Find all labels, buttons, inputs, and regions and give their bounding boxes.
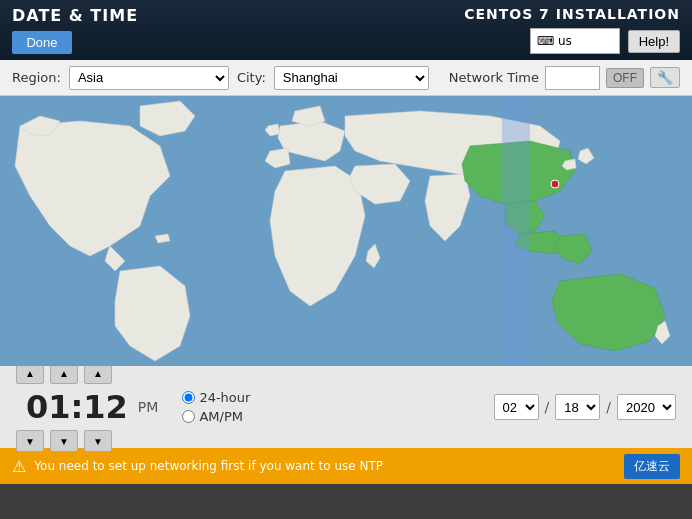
network-time-section: Network Time OFF 🔧 [449, 66, 680, 90]
toolbar: Region: Asia Europe America Africa Pacif… [0, 60, 692, 96]
network-time-label: Network Time [449, 70, 539, 85]
page-title: DATE & TIME [12, 6, 138, 25]
timezone-stripe [502, 96, 530, 366]
header-right: CENTOS 7 INSTALLATION ⌨ us Help! [464, 6, 680, 54]
time-display: 01:12 [26, 388, 128, 426]
keyboard-icon: ⌨ [537, 34, 554, 48]
ampm-display: PM [138, 399, 159, 415]
brand-badge: 亿速云 [624, 454, 680, 479]
keyboard-input[interactable]: ⌨ us [530, 28, 620, 54]
ntp-toggle[interactable]: OFF [606, 68, 644, 88]
help-button[interactable]: Help! [628, 30, 680, 53]
svg-point-1 [551, 180, 559, 188]
minutes-display: 12 [83, 388, 128, 426]
time-format-options: 24-hour AM/PM [182, 390, 250, 424]
date-separator-2: / [606, 399, 611, 415]
minutes-down-button[interactable]: ▼ [50, 430, 78, 452]
done-button[interactable]: Done [12, 31, 72, 54]
format-24-label[interactable]: 24-hour [182, 390, 250, 405]
date-section: 010203 040506 070809 101112 / 010203 040… [494, 394, 676, 420]
year-select[interactable]: 2018201920202021 [617, 394, 676, 420]
day-select[interactable]: 010203 040506 070809 101112 131415 16171… [555, 394, 600, 420]
city-label: City: [237, 70, 266, 85]
world-map [0, 96, 692, 366]
warning-icon: ⚠ [12, 457, 26, 476]
keyboard-lang: us [558, 34, 572, 48]
warning-bar: ⚠ You need to set up networking first if… [0, 448, 692, 484]
seconds-down-button[interactable]: ▼ [84, 430, 112, 452]
time-display-row: 01:12 PM [16, 388, 174, 426]
time-section: ▲ ▲ ▲ 01:12 PM ▼ ▼ ▼ 24-hour AM/PM 01020 [0, 366, 692, 448]
format-ampm-radio[interactable] [182, 410, 195, 423]
ntp-input[interactable] [545, 66, 600, 90]
city-select[interactable]: Shanghai Beijing Tokyo [274, 66, 429, 90]
warning-text: You need to set up networking first if y… [34, 459, 616, 473]
format-24-radio[interactable] [182, 391, 195, 404]
ntp-settings-button[interactable]: 🔧 [650, 67, 680, 88]
region-label: Region: [12, 70, 61, 85]
region-select[interactable]: Asia Europe America Africa Pacific [69, 66, 229, 90]
format-ampm-text: AM/PM [199, 409, 243, 424]
hours-down-button[interactable]: ▼ [16, 430, 44, 452]
down-arrows-row: ▼ ▼ ▼ [16, 430, 112, 452]
centos-label: CENTOS 7 INSTALLATION [464, 6, 680, 22]
date-separator-1: / [545, 399, 550, 415]
header-right-bottom: ⌨ us Help! [530, 28, 680, 54]
hours-display: 01 [26, 388, 71, 426]
format-24-text: 24-hour [199, 390, 250, 405]
header-left: DATE & TIME Done [12, 6, 138, 54]
map-container[interactable] [0, 96, 692, 366]
format-ampm-label[interactable]: AM/PM [182, 409, 250, 424]
month-select[interactable]: 010203 040506 070809 101112 [494, 394, 539, 420]
header: DATE & TIME Done CENTOS 7 INSTALLATION ⌨… [0, 0, 692, 60]
